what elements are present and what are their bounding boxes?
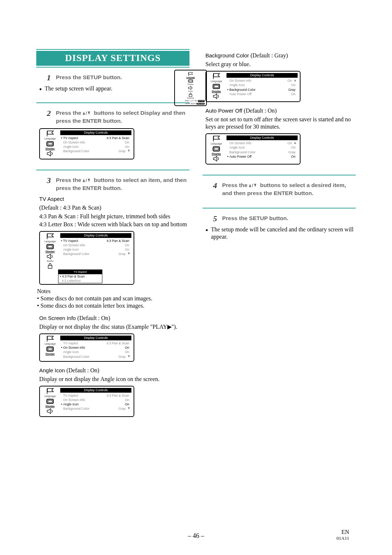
bg-heading: Background Color <box>205 52 250 58</box>
osd-label-language: Language <box>44 240 56 243</box>
step-number: 2 <box>44 109 51 118</box>
speaker-icon <box>212 156 221 162</box>
svg-rect-12 <box>48 265 52 268</box>
osd-val-on: On <box>116 350 131 354</box>
osd-title: Display Controls <box>60 336 131 340</box>
osd-title: Display Controls <box>60 233 131 238</box>
osd-title: Display Controls <box>226 73 298 78</box>
step-number: 1 <box>44 73 51 82</box>
mini-label-parental: Parental <box>187 97 194 99</box>
tv-icon <box>46 398 54 405</box>
svg-rect-3 <box>189 94 192 97</box>
step-text: Press the SETUP button. <box>56 73 189 81</box>
osd-val-on: On <box>282 92 297 96</box>
osd-submenu-title: TV Aspect <box>58 270 102 274</box>
down-triangle-icon: ▼ <box>127 149 131 153</box>
right-column: Background Color (Default : Gray) Select… <box>203 49 356 420</box>
angle-heading: Angle Icon <box>39 367 66 373</box>
step-number: 5 <box>211 214 217 223</box>
osd-label-display: Display <box>46 147 55 150</box>
svg-rect-15 <box>48 348 52 350</box>
note-1: • Some discs do not contain pan and scan… <box>37 295 189 302</box>
down-triangle-icon: ▼ <box>127 252 131 256</box>
down-triangle-icon: ▼ <box>127 355 131 359</box>
osd-label-display: Display <box>46 405 55 408</box>
osd-title: Display Controls <box>226 135 298 140</box>
up-triangle-icon: ▲ <box>293 141 297 145</box>
osd-row-apo: Auto Power Off <box>229 92 282 96</box>
bg-body: Select gray or blue. <box>205 61 356 68</box>
osd-row-tvaspect: TV Aspect <box>63 393 106 398</box>
step2-part-a: Press the <box>56 110 83 116</box>
mini-exit-label: Exit <box>193 103 196 105</box>
osd-val-pan: 4:3 Pan & Scan <box>106 239 131 243</box>
speaker-icon <box>188 86 193 90</box>
osd-label-audio: Audio <box>47 260 53 262</box>
osd-figure-tvaspect-submenu: Language Display Audio Display Controls … <box>39 231 134 285</box>
apo-default: (Default : On) <box>244 108 277 114</box>
osd-figure-apo: Language Display Display Controls On Scr… <box>205 133 301 165</box>
note-2: • Some discs do not contain letter box i… <box>37 302 189 309</box>
osd-label-display: Display <box>212 90 221 93</box>
up-triangle-icon: ▲ <box>293 78 297 83</box>
submenu-opt-letterbox: 4:3 Letterbox <box>62 279 81 283</box>
tv-icon <box>212 146 221 152</box>
osd-row-onscreen: On Screen Info <box>63 243 116 247</box>
speaker-icon <box>46 254 54 259</box>
osd-val-on: On <box>279 78 293 83</box>
osd-label-language: Language <box>211 142 222 145</box>
up-down-arrows-icon: / <box>83 111 92 116</box>
osd-label-display: Display <box>212 153 221 155</box>
svg-rect-18 <box>48 400 52 402</box>
mini-cancel-label: Cancel <box>185 103 190 105</box>
svg-rect-24 <box>214 148 219 150</box>
osd-val-on: On <box>116 243 131 247</box>
flag-icon <box>46 233 54 240</box>
step-text: Press the / buttons to select a desired … <box>222 181 356 198</box>
osd-row-bg: Background Color <box>229 150 282 154</box>
footer-right: EN 01A11 <box>336 528 349 541</box>
speaker-icon <box>46 408 54 414</box>
osd-figure-angle: Language Display Display Controls TV Asp… <box>39 386 134 417</box>
step-number: 3 <box>44 176 51 185</box>
osd-figure-onscreen: Language Display Display Controls TV Asp… <box>39 333 134 362</box>
tv-aspect-line2: 4:3 Letter Box : Wide screen with black … <box>39 221 189 228</box>
osd-val-on: On <box>116 398 131 402</box>
osd-row-angle: Angle Icon <box>63 350 116 354</box>
tv-aspect-default: (Default : 4:3 Pan & Scan) <box>39 204 189 211</box>
osd-val-on: On <box>116 345 131 350</box>
flag-icon <box>188 72 193 76</box>
onscreen-default: (Default : On) <box>77 315 110 321</box>
footer-lang: EN <box>336 528 349 535</box>
cancel-body: The setup mode will be canceled and the … <box>211 226 356 240</box>
osd-row-apo: Auto Power Off <box>229 154 282 159</box>
speaker-icon <box>212 93 221 99</box>
osd-row-angle: Angle Icon <box>63 145 116 149</box>
svg-rect-7 <box>48 143 52 145</box>
osd-row-bg: Background Color <box>63 406 113 411</box>
svg-rect-2 <box>189 80 192 82</box>
osd-row-angle: Angle Icon <box>63 247 116 252</box>
osd-row-onscreen: On Screen Info <box>63 398 116 402</box>
osd-row-onscreen: On Screen Info <box>229 141 279 145</box>
osd-val-gray: Gray <box>282 150 297 154</box>
osd-row-angle: Angle Icon <box>63 402 116 406</box>
step-text: Press the / buttons to select Display an… <box>56 109 189 125</box>
osd-row-tvaspect: TV Aspect <box>63 341 106 345</box>
osd-row-tvaspect: TV Aspect <box>63 136 106 140</box>
svg-rect-21 <box>214 85 219 88</box>
osd-val-gray: Gray <box>113 406 127 411</box>
svg-text:/: / <box>86 178 87 183</box>
osd-val-on: On <box>282 145 297 150</box>
page-title: DISPLAY SETTINGS <box>36 51 189 66</box>
notes-heading: Notes <box>37 288 189 295</box>
left-column: DISPLAY SETTINGS 1 Press the SETUP butto… <box>36 49 189 420</box>
play-triangle-icon: ▶ <box>167 324 172 330</box>
onscreen-heading: On Screen Info <box>39 315 77 321</box>
osd-row-bg: Background Color <box>63 355 113 359</box>
mini-label-audio: Audio <box>188 90 193 92</box>
osd-figure-bgcolor: Language Display Display Controls On Scr… <box>205 71 301 102</box>
osd-label-language: Language <box>211 80 222 82</box>
osd-row-tvaspect: TV Aspect <box>63 239 106 243</box>
speaker-icon <box>46 151 54 157</box>
